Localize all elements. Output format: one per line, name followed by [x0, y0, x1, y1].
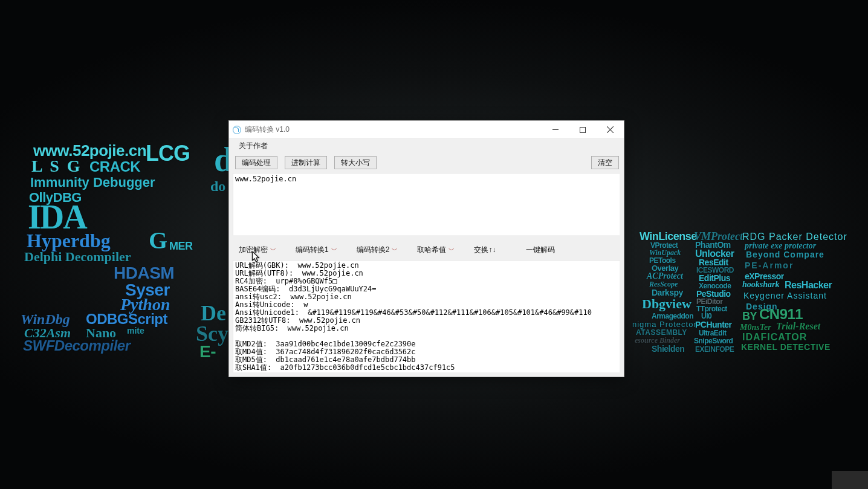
bg-word: KERNEL DETECTIVE — [741, 343, 831, 351]
midbar: 加密解密 ﹀ 编码转换1 ﹀ 编码转换2 ﹀ 取哈希值 ﹀ 交换↑↓ 一键解码 — [229, 239, 624, 260]
toolbar: 编码处理 进制计算 转大小写 清空 — [229, 152, 624, 173]
desktop-background: www.52pojie.cn LCG L S G CRACK Immunity … — [0, 0, 868, 489]
chevron-down-icon: ﹀ — [449, 246, 455, 254]
bg-word: G — [149, 228, 167, 253]
bg-word: CN911 — [759, 307, 803, 322]
bg-word: IDA — [28, 200, 86, 234]
bg-word: UI0 — [701, 313, 711, 320]
bg-word: Darkspy — [652, 288, 683, 297]
bg-word: PeStudio — [696, 290, 731, 298]
close-button[interactable] — [596, 121, 624, 138]
bg-word: WinUpack — [649, 249, 681, 256]
bg-word: IDAFICATOR — [742, 332, 807, 342]
bg-word: esource Binder — [635, 337, 680, 344]
bg-word: ATASSEMBLY — [636, 329, 687, 336]
bg-word: L S G — [31, 158, 82, 175]
bg-word: PhantOm — [695, 241, 731, 249]
base-calc-button[interactable]: 进制计算 — [285, 156, 327, 169]
bg-word: HDASM — [114, 265, 174, 282]
window-controls — [542, 121, 624, 138]
hash-menu[interactable]: 取哈希值 ﹀ — [413, 242, 458, 257]
window-title: 编码转换 v1.0 — [245, 125, 290, 135]
bg-word: Armageddon — [652, 313, 693, 320]
chevron-down-icon: ﹀ — [392, 246, 398, 254]
bg-word: EditPlus — [699, 274, 730, 282]
output-textarea[interactable]: URL解码(GBK): www.52pojie.cn URL解码(UTF8): … — [233, 260, 620, 373]
titlebar[interactable]: 编码转换 v1.0 — [229, 121, 624, 139]
bg-word: Beyond Compare — [746, 250, 824, 259]
bg-word: private exe protector — [745, 242, 816, 250]
bg-word: De — [201, 302, 226, 324]
bg-word: ResHacker — [785, 280, 832, 290]
bg-word: Hyperdbg — [27, 231, 111, 250]
bg-word: M0nsTer — [740, 323, 771, 332]
clear-button[interactable]: 清空 — [591, 156, 619, 169]
bg-word: EXEINFOPE — [695, 346, 734, 353]
taskbar-fragment — [832, 471, 868, 489]
bg-word: LCG — [146, 143, 190, 164]
conv2-label: 编码转换2 — [357, 245, 390, 255]
swap-label: 交换↑↓ — [474, 245, 496, 255]
encrypt-label: 加密解密 — [239, 245, 268, 255]
encrypt-menu[interactable]: 加密解密 ﹀ — [235, 242, 280, 257]
encode-process-button[interactable]: 编码处理 — [235, 156, 277, 169]
conv1-label: 编码转换1 — [296, 245, 329, 255]
bg-word: eXPressor — [745, 272, 784, 280]
conv2-menu[interactable]: 编码转换2 ﹀ — [353, 242, 402, 257]
bg-word: Trial-Reset — [776, 322, 820, 331]
app-window: 编码转换 v1.0 关于作者 编码处理 进制计算 转大小写 清空 www.52p… — [228, 120, 624, 377]
bg-word: Dbgview — [642, 297, 691, 311]
maximize-button[interactable] — [569, 121, 596, 138]
bg-word: CRACK — [89, 160, 140, 174]
bg-word: Delphi Decompiler — [24, 250, 131, 264]
minimize-button[interactable] — [542, 121, 569, 138]
bg-word: E- — [199, 343, 216, 360]
swap-button[interactable]: 交换↑↓ — [470, 242, 499, 257]
decode-all-button[interactable]: 一键解码 — [522, 242, 559, 257]
bg-word: hookshark — [742, 280, 779, 289]
bg-word: BY — [742, 311, 757, 322]
bg-word: ResScope — [649, 280, 678, 288]
bg-word: WinLicense — [640, 231, 697, 242]
chevron-down-icon: ﹀ — [331, 246, 337, 254]
bg-word: RDG Packer Detector — [742, 232, 847, 242]
bg-word: nigma Protector — [632, 320, 697, 328]
menu-about[interactable]: 关于作者 — [234, 140, 273, 152]
bg-word: PCHunter — [695, 320, 732, 329]
app-icon — [233, 126, 241, 134]
input-textarea[interactable]: www.52pojie.cn — [233, 173, 620, 236]
bg-word: WinDbg — [21, 312, 70, 326]
menubar: 关于作者 — [229, 139, 624, 152]
hash-label: 取哈希值 — [417, 245, 446, 255]
bg-word: Keygener Assistant — [743, 291, 827, 300]
bg-word: Shielden — [652, 345, 684, 353]
bg-word: SWFDecompiler — [23, 338, 131, 353]
decode-label: 一键解码 — [526, 245, 555, 255]
chevron-down-icon: ﹀ — [270, 246, 276, 254]
bg-word: ACProtect — [647, 272, 683, 280]
bg-word: UltraEdit — [699, 329, 727, 337]
case-convert-button[interactable]: 转大小写 — [334, 156, 377, 169]
bg-word: ODBGScript — [86, 312, 167, 326]
bg-word: SnipeSword — [694, 337, 733, 345]
bg-word: do — [210, 179, 225, 193]
bg-word: Immunity Debugger — [30, 176, 155, 189]
bg-word: PE-Armor — [745, 261, 794, 270]
bg-word: MER — [169, 241, 193, 251]
bg-word: Scy — [196, 323, 228, 345]
bg-word: ResEdit — [699, 258, 728, 267]
bg-word: mite — [127, 326, 144, 335]
conv1-menu[interactable]: 编码转换1 ﹀ — [292, 242, 341, 257]
